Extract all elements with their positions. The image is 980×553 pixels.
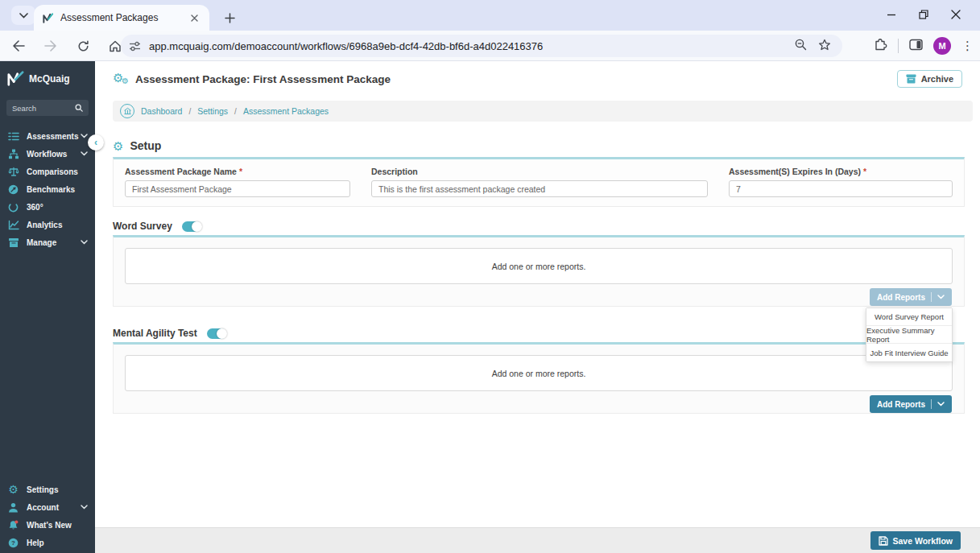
minimize-icon [887,10,896,19]
sidebar: McQuaig Assessments Workflows Comparison… [0,61,95,553]
search-icon [75,104,83,112]
sidebar-item-assessments[interactable]: Assessments [0,127,95,145]
mental-agility-panel: Add one or more reports. Add Reports [113,342,965,414]
window-minimize-button[interactable] [875,3,908,26]
balance-scale-icon [7,167,19,177]
word-survey-panel: Add one or more reports. Add Reports Wor… [113,235,965,307]
chevron-down-icon [81,151,88,156]
browser-toolbar: app.mcquaig.com/demoaccount/workflows/69… [0,31,980,61]
mental-agility-header: Mental Agility Test [113,328,965,339]
archive-button[interactable]: Archive [897,70,962,88]
package-name-input[interactable] [125,180,350,197]
mcquaig-logo[interactable]: McQuaig [0,61,95,93]
sidebar-item-settings[interactable]: ⚙ Settings [0,481,95,498]
reload-button[interactable] [72,35,93,56]
tab-title: Assessment Packages [60,12,180,23]
browser-tab-active[interactable]: Assessment Packages [34,5,209,31]
window-controls [875,3,972,26]
field-label-expires: Assessment(S) Expires In (Days)* [729,167,953,176]
browser-tabstrip: Assessment Packages [0,0,980,31]
chevron-down-icon [81,505,88,510]
expires-days-input[interactable] [729,180,953,197]
field-label-package-name: Assessment Package Name* [125,167,350,176]
save-workflow-button[interactable]: Save Workflow [870,531,961,550]
gear-icon: ⚙ [7,484,19,495]
archive-box-icon [7,237,19,248]
sidebar-item-manage[interactable]: Manage [0,233,95,251]
sidebar-item-workflows[interactable]: Workflows [0,145,95,163]
breadcrumb: Dashboard / Settings / Assessment Packag… [113,101,973,122]
site-settings-icon [129,41,141,52]
browser-menu-icon[interactable]: ⋮ [961,39,974,53]
forward-button[interactable] [40,35,61,56]
description-input[interactable] [371,180,708,197]
breadcrumb-assessment-packages[interactable]: Assessment Packages [243,106,329,116]
setup-panel: Assessment Package Name* Description Ass… [113,157,965,207]
save-icon [879,536,888,546]
browser-profile-avatar[interactable]: M [933,37,951,55]
brand-name: McQuaig [29,73,70,85]
sidebar-item-help[interactable]: ? Help [0,534,95,551]
sidebar-item-360[interactable]: 360° [0,198,95,216]
line-chart-icon [7,220,19,230]
breadcrumb-settings[interactable]: Settings [197,106,228,116]
search-input[interactable] [12,104,75,113]
mcquaig-favicon [42,12,54,24]
back-button[interactable] [8,35,29,56]
toolbar-separator [898,39,899,53]
sidebar-item-account[interactable]: Account [0,498,95,516]
mental-agility-title: Mental Agility Test [113,328,197,339]
setup-heading: ⚙ Setup [113,139,965,152]
home-icon [109,40,122,52]
workflow-gears-icon: ⚙⚙ [113,71,130,87]
gauge-icon [7,184,19,195]
window-close-button[interactable] [940,3,972,26]
reload-icon [77,40,89,52]
bookmark-star-icon[interactable] [818,39,831,54]
url-bar[interactable]: app.mcquaig.com/demoaccount/workflows/69… [121,35,842,57]
mental-agility-toggle[interactable] [207,328,226,339]
circle-360-icon [7,202,19,213]
bell-notification-icon [7,520,19,530]
new-tab-button[interactable] [219,7,240,28]
word-survey-header: Word Survey [113,221,965,232]
menu-item-word-survey-report[interactable]: Word Survey Report [866,308,952,326]
archive-icon [906,74,916,84]
plus-icon [225,13,235,23]
word-survey-empty-box: Add one or more reports. [125,248,953,284]
sidebar-item-analytics[interactable]: Analytics [0,216,95,233]
word-survey-toggle[interactable] [182,221,201,232]
side-panel-icon[interactable] [909,39,923,54]
window-restore-button[interactable] [908,3,940,26]
sidebar-collapse-button[interactable]: ‹ [88,134,104,151]
breadcrumb-dashboard[interactable]: Dashboard [141,106,182,116]
sidebar-item-comparisons[interactable]: Comparisons [0,163,95,180]
add-reports-dropdown-menu: Word Survey Report Executive Summary Rep… [866,307,953,362]
person-icon [7,502,19,513]
extensions-icon[interactable] [874,38,887,55]
chevron-down-icon [81,240,88,245]
checklist-icon [7,131,19,142]
chevron-down-icon [81,134,88,138]
chevron-down-icon [19,13,28,19]
tab-search-button[interactable] [11,6,35,25]
menu-item-executive-summary-report[interactable]: Executive Summary Report [866,326,952,344]
url-text[interactable]: app.mcquaig.com/demoaccount/workflows/69… [149,40,795,52]
back-arrow-icon [12,40,25,52]
zoom-out-icon[interactable] [795,39,807,54]
sidebar-item-benchmarks[interactable]: Benchmarks [0,180,95,198]
sidebar-search[interactable] [6,100,89,116]
restore-icon [919,10,928,19]
word-survey-add-reports-button[interactable]: Add Reports [870,288,952,306]
tab-close-icon[interactable] [187,10,201,25]
forward-arrow-icon [44,40,57,52]
sidebar-item-whats-new[interactable]: What's New [0,516,95,534]
field-label-description: Description [371,167,708,176]
breadcrumb-home-icon[interactable] [120,104,134,118]
sitemap-icon [7,149,19,159]
menu-item-job-fit-interview-guide[interactable]: Job Fit Interview Guide [866,344,952,361]
mental-agility-add-reports-button[interactable]: Add Reports [870,395,952,413]
chevron-down-icon [937,402,945,406]
close-icon [951,10,961,19]
required-marker: * [239,167,242,176]
